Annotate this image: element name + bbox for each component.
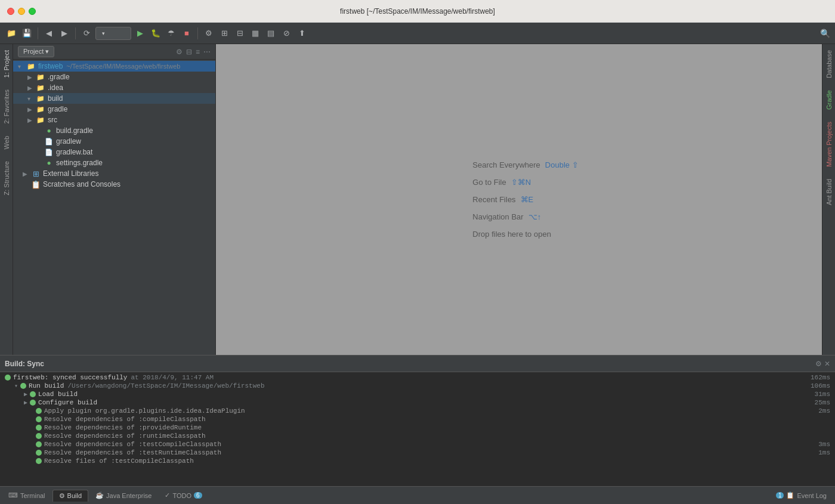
tree-label-build: build xyxy=(48,94,63,103)
hint-goto-file: Go to File ⇧⌘N xyxy=(472,178,578,187)
tree-item-scratches[interactable]: ▶ 📋 Scratches and Consoles xyxy=(13,179,215,190)
gradle-button4[interactable]: ▦ xyxy=(249,27,262,40)
deploy-button[interactable]: ⬆ xyxy=(295,27,308,40)
tree-item-build-gradle[interactable]: ▶ ● build.gradle xyxy=(13,125,215,136)
build-row-load[interactable]: ▶ Load build 31ms xyxy=(0,390,835,398)
indent-spacer-3 xyxy=(5,399,24,406)
back-button[interactable]: ◀ xyxy=(42,27,55,40)
tree-item-gradle[interactable]: ▶ 📁 gradle xyxy=(13,104,215,115)
build-row-resolve-test-runtime[interactable]: Resolve dependencies of :testRuntimeClas… xyxy=(0,449,835,457)
tab-build[interactable]: ⚙ Build xyxy=(52,490,88,502)
tab-terminal[interactable]: ⌨ Terminal xyxy=(2,490,51,501)
build-row-resolve-provided[interactable]: Resolve dependencies of :providedRuntime xyxy=(0,423,835,432)
right-tool-strip: Database Gradle Maven Projects Ant Build xyxy=(822,44,835,355)
indent-spacer xyxy=(5,382,14,389)
sidebar-item-project[interactable]: 1: Project xyxy=(0,44,13,84)
maximize-button[interactable] xyxy=(29,8,36,15)
right-panel-database[interactable]: Database xyxy=(824,44,834,84)
save-button[interactable]: 💾 xyxy=(20,27,33,40)
green-dot-configure xyxy=(30,400,36,406)
green-dot-compile xyxy=(36,416,42,422)
hint-search-text: Search Everywhere xyxy=(472,160,540,169)
build-row-resolve-compile[interactable]: Resolve dependencies of :compileClasspat… xyxy=(0,415,835,423)
gradle-button3[interactable]: ⊟ xyxy=(233,27,246,40)
arrow-external-libs: ▶ xyxy=(23,171,31,177)
indent-spacer-6 xyxy=(5,424,36,431)
root-folder-icon: 📁 xyxy=(26,61,36,71)
arrow-build: ▾ xyxy=(27,95,36,102)
run-coverage-button[interactable]: ☂ xyxy=(165,27,178,40)
right-panel-gradle[interactable]: Gradle xyxy=(824,84,834,116)
tab-java-enterprise[interactable]: ☕ Java Enterprise xyxy=(89,490,157,501)
green-dot-runtime xyxy=(36,433,42,439)
build-row-resolve-files[interactable]: Resolve files of :testCompileClasspath xyxy=(0,457,835,465)
sidebar-item-favorites[interactable]: 2: Favorites xyxy=(0,84,13,129)
file-tree: ▾ 📁 firstweb ~/TestSpace/IM/IMessage/web… xyxy=(13,60,215,355)
tree-options-icon[interactable]: ≡ xyxy=(196,48,200,56)
gradle-button5[interactable]: ▤ xyxy=(264,27,277,40)
close-button[interactable] xyxy=(7,8,14,15)
build-row-configure[interactable]: ▶ Configure build 25ms xyxy=(0,398,835,407)
build-row-synced[interactable]: firstweb: synced successfully at 2018/4/… xyxy=(0,373,835,382)
gradle-sync-button[interactable]: ⚙ xyxy=(202,27,215,40)
minimize-button[interactable] xyxy=(18,8,25,15)
arrow-src: ▶ xyxy=(27,117,36,123)
tree-item-src[interactable]: ▶ 📁 src xyxy=(13,115,215,125)
run-text: Run build xyxy=(29,382,64,389)
build-row-run[interactable]: ▾ Run build /Users/wangdong/TestSpace/IM… xyxy=(0,382,835,390)
tab-event-log[interactable]: 1 📋 Event Log xyxy=(770,490,833,501)
build-settings-icon[interactable]: ⚙ xyxy=(815,360,822,368)
indent-spacer-7 xyxy=(5,432,36,440)
green-dot-apply xyxy=(36,408,42,414)
debug-button[interactable]: 🐛 xyxy=(149,27,162,40)
gradle-button2[interactable]: ⊞ xyxy=(218,27,231,40)
tree-label-idea: .idea xyxy=(48,84,63,92)
run-arrow-icon: ▾ xyxy=(14,382,18,389)
build-row-resolve-test-compile[interactable]: Resolve dependencies of :testCompileClas… xyxy=(0,440,835,449)
folder-build-icon: 📁 xyxy=(36,94,45,103)
tree-item-settings-gradle[interactable]: ▶ ● settings.gradle xyxy=(13,157,215,168)
sidebar-item-web[interactable]: Web xyxy=(0,130,13,155)
build-row-resolve-runtime[interactable]: Resolve dependencies of :runtimeClasspat… xyxy=(0,432,835,440)
cancel-button[interactable]: ⊘ xyxy=(280,27,293,40)
build-synced-text: firstweb: synced successfully xyxy=(13,374,127,381)
green-dot-load xyxy=(30,391,36,397)
tree-item-external-libs[interactable]: ▶ ⊞ External Libraries xyxy=(13,168,215,179)
hint-nav-text: Navigation Bar xyxy=(472,212,523,221)
tree-item-gradle-hidden[interactable]: ▶ 📁 .gradle xyxy=(13,72,215,82)
run-config-dropdown[interactable]: ▾ xyxy=(95,27,131,40)
right-panel-maven[interactable]: Maven Projects xyxy=(824,116,834,173)
sidebar-item-structure[interactable]: Z: Structure xyxy=(0,155,13,201)
project-tab[interactable]: Project ▾ xyxy=(18,46,54,57)
file-tree-panel: Project ▾ ⚙ ⊟ ≡ ⋯ ▾ 📁 firstweb xyxy=(13,44,216,355)
right-panel-ant[interactable]: Ant Build xyxy=(824,173,834,211)
bottom-tabbar: ⌨ Terminal ⚙ Build ☕ Java Enterprise ✓ T… xyxy=(0,486,835,504)
tree-label-gradle-hidden: .gradle xyxy=(48,73,70,81)
build-row-apply-plugin[interactable]: Apply plugin org.gradle.plugins.ide.idea… xyxy=(0,407,835,415)
hint-recent-text: Recent Files xyxy=(472,195,515,204)
tree-item-build[interactable]: ▾ 📁 build xyxy=(13,93,215,104)
configure-text: Configure build xyxy=(38,399,97,406)
tree-item-idea[interactable]: ▶ 📁 .idea xyxy=(13,82,215,93)
open-folder-button[interactable]: 📁 xyxy=(5,27,18,40)
tree-settings-icon[interactable]: ⚙ xyxy=(176,48,183,56)
build-close-icon[interactable]: ✕ xyxy=(824,360,830,368)
toolbar-separator-2 xyxy=(75,27,76,39)
arrow-gradle: ▶ xyxy=(27,106,36,113)
stop-button[interactable]: ■ xyxy=(180,27,193,40)
search-everywhere-icon[interactable]: 🔍 xyxy=(820,29,830,38)
forward-button[interactable]: ▶ xyxy=(58,27,71,40)
run-button[interactable]: ▶ xyxy=(134,27,147,40)
tree-root[interactable]: ▾ 📁 firstweb ~/TestSpace/IM/IMessage/web… xyxy=(13,61,215,72)
tab-todo[interactable]: ✓ TODO 6 xyxy=(159,490,208,501)
window-title: firstweb [~/TestSpace/IM/IMessage/web/fi… xyxy=(340,7,495,16)
tree-collapse-icon[interactable]: ⊟ xyxy=(186,48,192,56)
toolbar-separator-1 xyxy=(38,27,38,39)
tree-item-gradlew-bat[interactable]: ▶ 📄 gradlew.bat xyxy=(13,147,215,157)
sync-button[interactable]: ⟳ xyxy=(80,27,93,40)
tree-more-icon[interactable]: ⋯ xyxy=(203,48,211,56)
resolve-compile-text: Resolve dependencies of :compileClasspat… xyxy=(44,416,206,423)
tree-item-gradlew[interactable]: ▶ 📄 gradlew xyxy=(13,136,215,147)
hint-search-shortcut: Double ⇧ xyxy=(545,160,579,169)
hint-goto-text: Go to File xyxy=(472,178,506,187)
